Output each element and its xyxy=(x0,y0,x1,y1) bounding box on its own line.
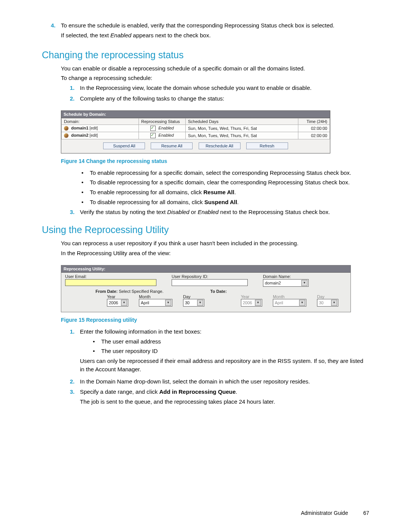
chevron-down-icon: ▼ xyxy=(121,300,127,306)
repo-id-input[interactable] xyxy=(172,279,248,286)
heading-changing-status: Changing the reprocessing status xyxy=(42,50,369,61)
util-step-2: 2. In the Domain Name drop-down list, se… xyxy=(61,377,369,386)
chevron-down-icon: ▼ xyxy=(255,300,261,306)
edit-link[interactable]: [edit] xyxy=(89,126,98,130)
chevron-down-icon: ▼ xyxy=(299,300,305,306)
chevron-down-icon: ▼ xyxy=(331,300,337,306)
fig15-title: Reprocessing Utility: xyxy=(61,265,350,273)
from-day-select[interactable]: 30▼ xyxy=(183,299,204,307)
from-month-select[interactable]: April▼ xyxy=(139,299,172,307)
list-item: To enable reprocessing for a specific do… xyxy=(80,169,369,177)
repo-id-label: User Repository ID: xyxy=(172,274,248,279)
suspend-all-button[interactable]: Suspend All xyxy=(103,142,145,149)
reprocessing-status-checkbox[interactable] xyxy=(150,126,156,131)
domain-name-label: Domain Name: xyxy=(263,274,309,279)
page-footer: Administrator Guide 67 xyxy=(301,510,369,516)
user-email-label: User Email: xyxy=(65,274,156,279)
util-p2: In the Reprocessing Utility area of the … xyxy=(61,249,369,257)
from-date-label: From Date: xyxy=(96,289,118,294)
edit-link[interactable]: [edit] xyxy=(89,133,98,137)
chevron-down-icon: ▼ xyxy=(197,300,203,306)
table-row: domain1 [edit] Enabled Sun, Mon, Tues, W… xyxy=(62,125,330,132)
table-row: domain2 [edit] Enabled Sun, Mon, Tues, W… xyxy=(62,132,330,139)
domain-name-select[interactable]: domain2 ▼ xyxy=(263,279,309,287)
util-p1: You can reprocess a user repository if y… xyxy=(61,239,369,248)
step-4-text: To ensure the schedule is enabled, verif… xyxy=(61,22,335,29)
heading-using-utility: Using the Reprocessing Utility xyxy=(42,224,369,235)
globe-icon xyxy=(64,126,68,131)
fig14-button-row: Suspend All Resume All Reschedule All Re… xyxy=(61,139,330,153)
chevron-down-icon: ▼ xyxy=(165,300,171,306)
resume-all-button[interactable]: Resume All xyxy=(151,142,193,149)
change-step-2: 2. Complete any of the following tasks t… xyxy=(61,94,369,103)
chevron-down-icon: ▼ xyxy=(301,280,307,286)
list-item: The user email address xyxy=(91,337,369,346)
table-header-row: Domain: Reprocessing Status Scheduled Da… xyxy=(62,118,330,125)
list-item: To disable reprocessing for all domains,… xyxy=(80,198,369,206)
from-year-select[interactable]: 2006▼ xyxy=(107,299,128,307)
globe-icon xyxy=(64,133,68,138)
list-item: The user repository ID xyxy=(91,347,369,355)
to-date-label: To Date: xyxy=(210,289,227,294)
changing-p1: You can enable or disable a reprocessing… xyxy=(61,64,369,73)
figure-15-caption: Figure 15 Reprocessing utility xyxy=(61,317,369,323)
figure-14: Schedule by Domain: Domain: Reprocessing… xyxy=(61,110,330,153)
reprocessing-status-checkbox[interactable] xyxy=(150,133,156,138)
reschedule-all-button[interactable]: Reschedule All xyxy=(199,142,241,149)
change-step-3: 3. Verify the status by noting the text … xyxy=(61,208,369,216)
figure-15: Reprocessing Utility: User Email: User R… xyxy=(61,265,351,312)
to-month-select[interactable]: April▼ xyxy=(273,299,306,307)
change-step-1: 1. In the Reprocessing view, locate the … xyxy=(61,84,369,92)
util-step-1: 1. Enter the following information in th… xyxy=(61,328,369,375)
list-item: To enable reprocessing for all domains, … xyxy=(80,188,369,197)
page-number: 67 xyxy=(363,510,369,516)
user-email-input[interactable] xyxy=(65,279,156,286)
refresh-button[interactable]: Refresh xyxy=(246,142,288,149)
fig14-title: Schedule by Domain: xyxy=(61,111,330,118)
to-day-select[interactable]: 30▼ xyxy=(317,299,338,307)
changing-p2: To change a reprocessing schedule: xyxy=(61,74,369,82)
step-number: 4. xyxy=(42,21,61,41)
util-step-3: 3. Specify a date range, and click Add i… xyxy=(61,388,369,407)
to-year-select[interactable]: 2006▼ xyxy=(241,299,262,307)
schedule-table: Domain: Reprocessing Status Scheduled Da… xyxy=(61,118,330,139)
step-4: 4. To ensure the schedule is enabled, ve… xyxy=(42,21,369,41)
footer-title: Administrator Guide xyxy=(301,510,348,516)
list-item: To disable reprocessing for a specific d… xyxy=(80,178,369,187)
figure-14-caption: Figure 14 Change the reprocessing status xyxy=(61,158,369,164)
